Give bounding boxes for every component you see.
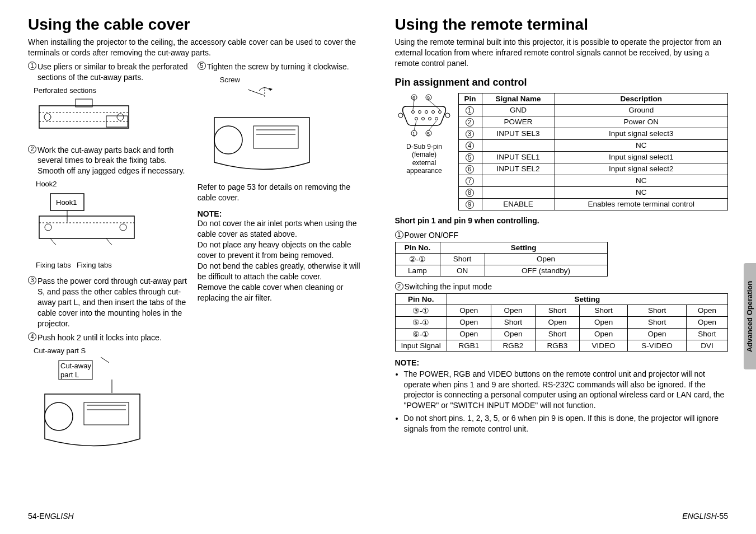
sub1-text: Power ON/OFF — [405, 231, 458, 240]
svg-text:5: 5 — [427, 131, 430, 137]
pin-3-name: INPUT SEL3 — [482, 128, 555, 139]
caption-cutaway-s: Cut-away part S — [34, 346, 192, 355]
pin-4-desc: NC — [555, 139, 728, 151]
pin-9-desc: Enables remote terminal control — [555, 198, 728, 210]
in-r3c6: DVI — [686, 340, 727, 351]
pin-5-name: INPUT SEL1 — [482, 151, 555, 163]
svg-text:1: 1 — [412, 131, 415, 137]
pw-r1c2: OFF (standby) — [485, 265, 607, 276]
in-r1c4: Open — [580, 316, 628, 328]
in-r1c1: Open — [447, 316, 491, 328]
pin-1-icon: 1 — [466, 106, 474, 115]
pin-5-desc: Input signal select1 — [555, 151, 728, 163]
pw-r1c1: ON — [440, 265, 485, 276]
sub2-text: Switching the input mode — [405, 282, 492, 291]
svg-point-27 — [214, 126, 242, 154]
svg-rect-28 — [253, 126, 298, 148]
in-r0c2: Open — [491, 305, 535, 316]
svg-point-38 — [419, 110, 421, 113]
left-intro: When installing the projector to the cei… — [28, 37, 361, 58]
in-r2c3: Short — [535, 328, 579, 340]
in-r0c0: ③-① — [395, 305, 447, 316]
svg-line-24 — [101, 357, 109, 363]
in-r0c1: Open — [447, 305, 491, 316]
svg-point-36 — [445, 113, 450, 118]
footer-left: 54-ENGLISH — [28, 512, 74, 521]
step-5: 5 Tighten the screw by turning it clockw… — [198, 62, 361, 72]
in-r0c6: Open — [686, 305, 727, 316]
step-3: 3 Pass the power cord through cut-away p… — [28, 276, 192, 329]
right-note-head: NOTE: — [395, 358, 729, 367]
step-4: 4 Push hook 2 until it locks into place. — [28, 332, 192, 343]
in-th-1: Setting — [447, 293, 727, 305]
figure-projector-bottom: Cut-away part L — [28, 355, 192, 453]
short-pin-note: Short pin 1 and pin 9 when controlling. — [395, 216, 729, 225]
pin-7-icon: 7 — [466, 177, 474, 185]
step-4-text: Push hook 2 until it locks into place. — [37, 332, 192, 343]
h2-pin: Pin assignment and control — [395, 77, 729, 88]
right-page: Using the remote terminal Using the remo… — [395, 16, 729, 453]
side-tab-text: Advanced Operation — [746, 280, 754, 352]
in-r0c4: Short — [580, 305, 628, 316]
step-3-text: Pass the power cord through cut-away par… — [37, 276, 192, 329]
svg-point-19 — [45, 402, 73, 430]
pin-6-name: INPUT SEL2 — [482, 163, 555, 175]
pin-6-icon: 6 — [466, 165, 474, 174]
circle-3-icon: 3 — [28, 276, 36, 284]
figure-hooks: Hook1 — [28, 188, 192, 261]
sub1-label: 1 Power ON/OFF — [395, 231, 729, 240]
svg-line-50 — [413, 100, 414, 110]
svg-text:Hook1: Hook1 — [56, 198, 77, 207]
caption-fixingtabs2: Fixing tabs — [77, 261, 112, 269]
right-bullet-2: Do not short pins. 1, 2, 3, 5, or 6 when… — [404, 413, 729, 434]
svg-line-15 — [106, 238, 112, 245]
svg-point-41 — [415, 117, 418, 120]
svg-point-44 — [435, 117, 438, 120]
svg-point-5 — [117, 114, 124, 120]
in-r2c5: Open — [628, 328, 687, 340]
in-r3c2: RGB2 — [491, 340, 535, 351]
pin-th-0: Pin — [458, 93, 482, 104]
side-tab: Advanced Operation — [744, 263, 756, 369]
pw-r0c2: Open — [485, 253, 607, 265]
in-r1c0: ⑤-① — [395, 316, 447, 328]
pin-6-desc: Input signal select2 — [555, 163, 728, 175]
step-2: 2 Work the cut-away parts back and forth… — [28, 145, 192, 177]
svg-point-45 — [439, 110, 442, 113]
in-r2c1: Open — [447, 328, 491, 340]
svg-line-26 — [248, 90, 264, 95]
figure-screw — [198, 84, 361, 182]
pin-8-name — [482, 186, 555, 198]
svg-line-14 — [50, 238, 56, 245]
power-table: Pin No. Setting ②-① Short Open Lamp ON O… — [395, 242, 608, 277]
connector-diagram: 6 9 1 5 — [395, 93, 454, 175]
in-r1c5: Short — [628, 316, 687, 328]
pw-r0c1: Short — [440, 253, 485, 265]
in-r2c6: Short — [686, 328, 727, 340]
pw-r1c0: Lamp — [395, 265, 440, 276]
svg-text:part L: part L — [60, 371, 79, 379]
left-col1: 1 Use pliers or similar to break the per… — [28, 62, 192, 453]
in-r3c1: RGB1 — [447, 340, 491, 351]
in-r2c0: ⑥-① — [395, 328, 447, 340]
sub1-num-icon: 1 — [395, 231, 403, 239]
in-r3c5: S-VIDEO — [628, 340, 687, 351]
svg-point-35 — [398, 113, 403, 118]
circle-1-icon: 1 — [28, 62, 36, 70]
caption-perforated: Perforated sections — [34, 86, 192, 95]
left-page: Using the cable cover When installing th… — [28, 16, 361, 453]
connector-label2: external appearance — [395, 159, 454, 175]
in-r0c5: Short — [628, 305, 687, 316]
right-bullet-1: The POWER, RGB and VIDEO buttons on the … — [404, 369, 729, 411]
svg-point-4 — [44, 114, 51, 120]
ref-text: Refer to page 53 for details on removing… — [198, 182, 361, 203]
left-note-4: Remove the cable cover when cleaning or … — [198, 282, 361, 303]
step-2-text: Work the cut-away parts back and forth s… — [37, 145, 192, 177]
pin-9-icon: 9 — [466, 200, 474, 209]
right-title: Using the remote terminal — [395, 16, 729, 34]
svg-point-13 — [120, 224, 126, 231]
svg-point-42 — [422, 117, 425, 120]
step-1-text: Use pliers or similar to break the perfo… — [37, 62, 192, 83]
pw-th-1: Setting — [440, 242, 607, 253]
pin-3-desc: Input signal select3 — [555, 128, 728, 139]
